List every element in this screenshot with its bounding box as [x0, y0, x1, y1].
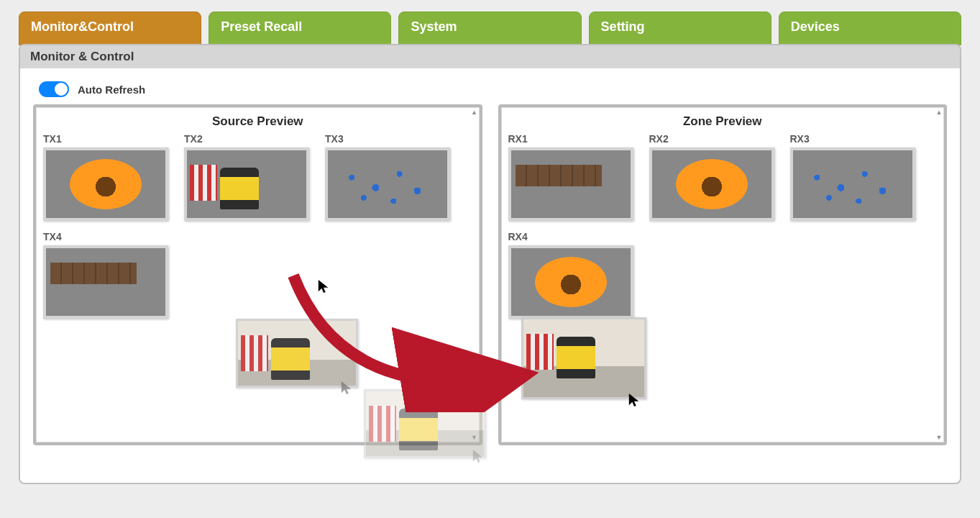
preview-area: ▲ ▼ Source Preview TX1 TX2 TX3 — [20, 104, 960, 445]
thumb-label: TX2 — [184, 133, 325, 145]
tab-label: Preset Recall — [221, 19, 302, 35]
panel-title: Monitor & Control — [20, 45, 960, 68]
tab-setting[interactable]: Setting — [589, 12, 771, 45]
thumb-label: TX4 — [43, 231, 184, 242]
zone-thumbs: RX1 RX2 RX3 RX4 — [501, 133, 945, 329]
thumb-label: RX4 — [508, 231, 649, 242]
auto-refresh-label: Auto Refresh — [78, 83, 145, 96]
source-thumb-tx4[interactable]: TX4 — [43, 231, 184, 319]
thumb-image — [184, 147, 309, 221]
thumb-image — [325, 147, 450, 221]
tab-preset-recall[interactable]: Preset Recall — [209, 12, 391, 45]
scroll-up-icon[interactable]: ▲ — [471, 109, 478, 116]
tabs: Monitor&Control Preset Recall System Set… — [19, 12, 961, 45]
thumb-label: RX2 — [649, 133, 790, 145]
auto-refresh-toggle[interactable] — [39, 81, 69, 97]
zone-preview-title: Zone Preview — [501, 107, 945, 133]
toggle-knob — [55, 83, 68, 96]
source-preview-title: Source Preview — [36, 107, 480, 133]
drag-ghost-2 — [364, 389, 486, 458]
zone-thumb-rx2[interactable]: RX2 — [649, 133, 790, 221]
tab-label: Devices — [791, 19, 840, 35]
thumb-image — [508, 245, 633, 319]
scroll-down-icon[interactable]: ▼ — [935, 434, 943, 441]
zone-thumb-rx4[interactable]: RX4 — [508, 231, 649, 319]
zone-thumb-rx3[interactable]: RX3 — [790, 133, 931, 221]
tab-system[interactable]: System — [398, 12, 581, 45]
thumb-image — [508, 147, 633, 221]
panel-monitor-control: Monitor & Control Auto Refresh ▲ ▼ Sourc… — [19, 44, 961, 484]
drag-ghost-1 — [236, 319, 358, 388]
zone-thumb-rx1[interactable]: RX1 — [508, 133, 649, 221]
tab-monitor-control[interactable]: Monitor&Control — [19, 12, 201, 45]
tab-devices[interactable]: Devices — [779, 12, 961, 45]
tab-label: Setting — [601, 19, 645, 35]
source-thumb-tx1[interactable]: TX1 — [43, 133, 184, 221]
thumb-image — [649, 147, 774, 221]
thumb-label: TX1 — [43, 133, 184, 145]
thumb-label: RX3 — [790, 133, 931, 145]
thumb-image — [43, 147, 168, 221]
thumb-image — [43, 245, 168, 319]
tab-label: System — [411, 19, 457, 35]
thumb-label: RX1 — [508, 133, 649, 145]
tab-label: Monitor&Control — [31, 19, 134, 35]
source-thumbs: TX1 TX2 TX3 TX4 — [36, 133, 480, 329]
source-thumb-tx3[interactable]: TX3 — [325, 133, 466, 221]
drag-drop-target-overlay — [521, 317, 646, 399]
thumb-image — [790, 147, 915, 221]
auto-refresh-row: Auto Refresh — [20, 68, 960, 104]
source-thumb-tx2[interactable]: TX2 — [184, 133, 325, 221]
scroll-up-icon[interactable]: ▲ — [935, 109, 943, 116]
thumb-label: TX3 — [325, 133, 466, 145]
